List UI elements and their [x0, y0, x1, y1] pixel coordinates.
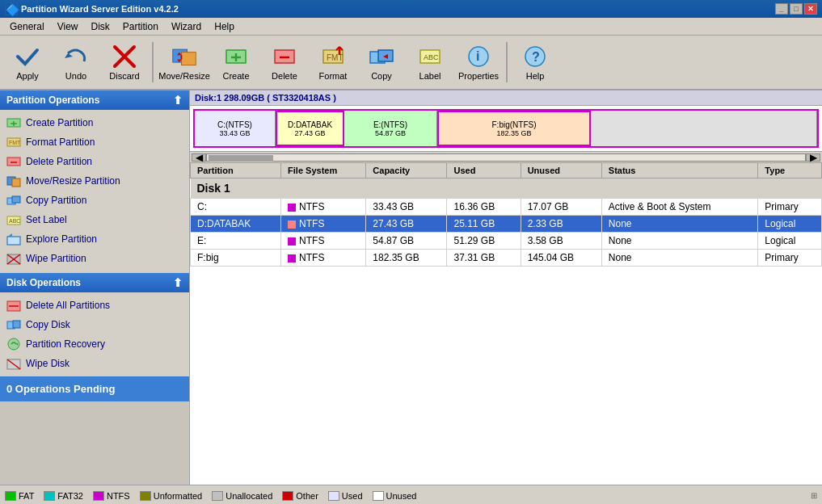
dv-e-size: 54.87 GB	[375, 129, 406, 137]
create-button[interactable]: Create	[213, 39, 259, 86]
undo-label: Undo	[65, 71, 86, 81]
op-wipe-disk[interactable]: Wipe Disk	[0, 354, 189, 373]
move-resize-button[interactable]: Move/Resize	[158, 39, 210, 86]
partition-recovery-icon	[6, 337, 21, 351]
scroll-right-btn[interactable]: ▶	[806, 153, 820, 162]
app-icon: 🔷	[5, 2, 18, 15]
op-wipe-partition[interactable]: Wipe Partition	[0, 249, 189, 268]
scroll-left-btn[interactable]: ◀	[192, 153, 206, 162]
op-create-partition[interactable]: Create Partition	[0, 113, 189, 132]
delete-button[interactable]: Delete	[262, 39, 307, 86]
unformatted-box	[140, 491, 151, 501]
help-button[interactable]: ? Help	[512, 39, 558, 86]
label-button[interactable]: ABC Label	[407, 39, 453, 86]
label-icon: ABC	[417, 44, 443, 69]
cell-partition: C:	[191, 199, 281, 216]
used-label: Used	[342, 491, 363, 501]
partition-ops-collapse[interactable]: ⬆	[173, 94, 183, 107]
op-copy-disk[interactable]: Copy Disk	[0, 315, 189, 334]
undo-button[interactable]: Undo	[53, 39, 99, 86]
op-delete-partition[interactable]: Delete Partition	[0, 152, 189, 171]
col-partition: Partition	[191, 163, 281, 178]
table-header-row: Partition File System Capacity Used Unus…	[191, 163, 822, 178]
dv-partition-f[interactable]: F:big(NTFS) 182.35 GB	[437, 111, 591, 146]
apply-button[interactable]: Apply	[5, 39, 50, 86]
cell-unused: 17.07 GB	[521, 199, 601, 216]
op-explore-partition[interactable]: Explore Partition	[0, 229, 189, 249]
format-partition-icon: FMT	[6, 135, 21, 149]
set-label-icon: ABC	[6, 212, 21, 227]
table-row[interactable]: C: NTFS 33.43 GB 16.36 GB 17.07 GB Activ…	[191, 199, 822, 216]
maximize-button[interactable]: □	[790, 3, 803, 15]
apply-icon	[15, 44, 40, 69]
copy-icon	[369, 44, 394, 69]
ntfs-label: NTFS	[107, 491, 130, 501]
table-row[interactable]: E: NTFS 54.87 GB 51.29 GB 3.58 GB None L…	[191, 233, 822, 250]
menu-view[interactable]: View	[51, 19, 85, 34]
svg-rect-4	[181, 52, 196, 65]
disk-ops-header[interactable]: Disk Operations ⬆	[0, 273, 189, 292]
col-unused: Unused	[521, 163, 601, 178]
close-button[interactable]: ✕	[804, 3, 817, 15]
op-set-label[interactable]: ABC Set Label	[0, 210, 189, 229]
move-resize-icon	[171, 44, 197, 69]
legend-used: Used	[328, 491, 363, 501]
menu-partition[interactable]: Partition	[116, 19, 165, 34]
properties-button[interactable]: i Properties	[456, 39, 501, 86]
table-row[interactable]: F:big NTFS 182.35 GB 37.31 GB 145.04 GB …	[191, 250, 822, 267]
table-row-selected[interactable]: D:DATABAK NTFS 27.43 GB 25.11 GB 2.33 GB…	[191, 216, 822, 233]
disk-scrollthumb[interactable]	[209, 155, 273, 162]
right-content: Disk:1 298.09GB ( ST3320418AS ) C:(NTFS)…	[190, 90, 822, 485]
cell-type: Primary	[758, 250, 822, 267]
cell-capacity: 182.35 GB	[366, 250, 447, 267]
discard-button[interactable]: Discard	[102, 39, 147, 86]
col-status: Status	[601, 163, 758, 178]
menu-disk[interactable]: Disk	[85, 19, 116, 34]
legend-unused: Unused	[373, 491, 417, 501]
dv-partition-d[interactable]: D:DATABAK 27.43 GB	[276, 111, 344, 146]
dv-partition-e[interactable]: E:(NTFS) 54.87 GB	[344, 111, 437, 146]
dv-partition-c[interactable]: C:(NTFS) 33.43 GB	[195, 111, 276, 146]
minimize-button[interactable]: _	[775, 3, 788, 15]
app-title: Partition Wizard Server Edition v4.2.2	[21, 4, 179, 14]
menu-wizard[interactable]: Wizard	[165, 19, 208, 34]
table: Partition File System Capacity Used Unus…	[190, 162, 822, 267]
cell-fs: NTFS	[281, 233, 366, 250]
op-format-partition[interactable]: FMT Format Partition	[0, 132, 189, 152]
col-used: Used	[447, 163, 521, 178]
cell-status: None	[601, 233, 758, 250]
fat32-label: FAT32	[57, 491, 83, 501]
copy-button[interactable]: Copy	[359, 39, 404, 86]
format-button[interactable]: FMT Format	[310, 39, 356, 86]
legend-fat: FAT	[5, 491, 34, 501]
window-controls[interactable]: _ □ ✕	[775, 3, 817, 15]
statusbar: FAT FAT32 NTFS Unformatted Unallocated O…	[0, 485, 822, 504]
menu-general[interactable]: General	[3, 19, 51, 34]
svg-marker-41	[7, 233, 12, 237]
format-icon: FMT	[320, 44, 346, 69]
col-capacity: Capacity	[366, 163, 447, 178]
properties-label: Properties	[458, 71, 499, 81]
legend-unallocated: Unallocated	[212, 491, 272, 501]
create-icon	[223, 44, 249, 69]
discard-label: Discard	[109, 71, 139, 81]
dv-d-size: 27.43 GB	[294, 129, 325, 137]
op-move-resize[interactable]: Move/Resize Partition	[0, 171, 189, 191]
other-box	[282, 491, 293, 501]
legend-unformatted: Unformatted	[140, 491, 203, 501]
disk-scrollbar[interactable]	[206, 153, 806, 162]
menubar: General View Disk Partition Wizard Help	[0, 18, 822, 36]
partition-table: Partition File System Capacity Used Unus…	[190, 162, 822, 485]
disk-ops-collapse[interactable]: ⬆	[173, 276, 183, 289]
svg-text:ABC: ABC	[424, 53, 439, 61]
op-partition-recovery[interactable]: Partition Recovery	[0, 334, 189, 354]
dv-c-label: C:(NTFS)	[217, 120, 252, 129]
fat-box	[5, 491, 16, 501]
op-copy-partition[interactable]: Copy Partition	[0, 191, 189, 210]
partition-ops-header[interactable]: Partition Operations ⬆	[0, 90, 189, 110]
cell-capacity: 33.43 GB	[366, 199, 447, 216]
menu-help[interactable]: Help	[208, 19, 241, 34]
disk-scroll[interactable]: ◀ ▶	[190, 151, 822, 162]
unformatted-label: Unformatted	[154, 491, 203, 501]
op-delete-all-partitions[interactable]: Delete All Partitions	[0, 296, 189, 315]
